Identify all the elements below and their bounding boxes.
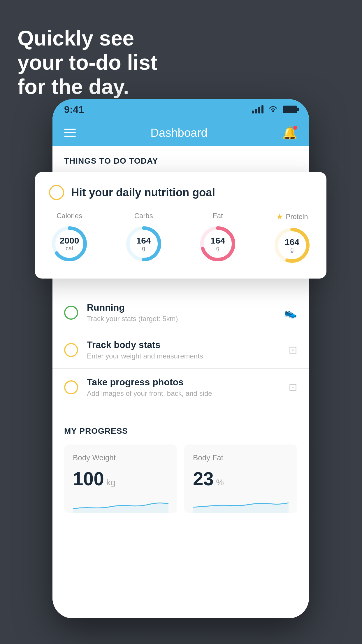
macro-calories-unit: cal xyxy=(60,245,79,252)
todo-check-progress-photos xyxy=(64,380,78,394)
body-fat-unit: % xyxy=(216,477,224,487)
macro-protein-label-row: ★ Protein xyxy=(276,212,308,221)
todo-text-progress-photos: Take progress photos Add images of your … xyxy=(87,377,289,398)
macro-carbs-circle: 164 g xyxy=(123,223,164,264)
progress-header: MY PROGRESS xyxy=(64,426,297,436)
macro-fat-unit: g xyxy=(210,245,225,252)
macro-carbs-value: 164 xyxy=(136,236,151,245)
notification-dot xyxy=(293,126,297,130)
battery-icon xyxy=(283,106,297,113)
body-weight-unit: kg xyxy=(106,477,116,487)
things-today-header: THINGS TO DO TODAY xyxy=(52,146,309,172)
notification-button[interactable]: 🔔 xyxy=(282,126,297,140)
todo-sub-progress-photos: Add images of your front, back, and side xyxy=(87,389,289,398)
body-fat-value-row: 23 % xyxy=(193,468,289,490)
macro-carbs-text: 164 g xyxy=(136,236,151,252)
progress-cards: Body Weight 100 kg Body Fat xyxy=(64,444,297,513)
body-weight-title: Body Weight xyxy=(73,453,168,462)
macros-row: Calories 2000 cal Carbs xyxy=(49,212,312,266)
scale-icon: ⊡ xyxy=(289,344,297,356)
todo-sub-body-stats: Enter your weight and measurements xyxy=(87,352,289,360)
macro-fat-value: 164 xyxy=(210,236,225,245)
wifi-icon xyxy=(268,105,278,114)
todo-check-body-stats xyxy=(64,343,78,357)
status-icons xyxy=(252,105,297,114)
macro-protein: ★ Protein 164 g xyxy=(272,212,312,266)
todo-check-running xyxy=(64,306,78,320)
todo-item-body-stats[interactable]: Track body stats Enter your weight and m… xyxy=(52,331,309,369)
status-bar: 9:41 xyxy=(52,99,309,120)
todo-list: Running Track your stats (target: 5km) 👟… xyxy=(52,294,309,406)
macro-calories-value: 2000 xyxy=(60,236,79,245)
macro-protein-label: Protein xyxy=(286,213,308,221)
macro-carbs-label: Carbs xyxy=(134,212,153,220)
photo-icon: ⊡ xyxy=(289,381,297,393)
macro-carbs: Carbs 164 g xyxy=(123,212,164,264)
nutrition-check-circle xyxy=(49,185,64,200)
nutrition-card: Hit your daily nutrition goal Calories 2… xyxy=(35,172,326,279)
macro-fat-text: 164 g xyxy=(210,236,225,252)
body-fat-chart xyxy=(193,496,289,513)
nav-bar: Dashboard 🔔 xyxy=(52,120,309,146)
status-time: 9:41 xyxy=(64,104,84,115)
body-fat-title: Body Fat xyxy=(193,453,289,462)
star-icon: ★ xyxy=(276,212,283,221)
svg-point-0 xyxy=(272,110,274,112)
macro-calories-circle: 2000 cal xyxy=(49,223,90,264)
nutrition-card-header: Hit your daily nutrition goal xyxy=(49,185,312,200)
todo-label-running: Running xyxy=(87,302,284,313)
todo-text-body-stats: Track body stats Enter your weight and m… xyxy=(87,340,289,360)
macro-fat: Fat 164 g xyxy=(197,212,238,264)
macro-calories-text: 2000 cal xyxy=(60,236,79,252)
body-fat-card: Body Fat 23 % xyxy=(184,444,297,513)
body-weight-card: Body Weight 100 kg xyxy=(64,444,177,513)
todo-label-body-stats: Track body stats xyxy=(87,340,289,350)
todo-label-progress-photos: Take progress photos xyxy=(87,377,289,388)
macro-protein-unit: g xyxy=(285,246,299,253)
nav-title: Dashboard xyxy=(150,126,208,139)
todo-item-progress-photos[interactable]: Take progress photos Add images of your … xyxy=(52,369,309,406)
todo-item-running[interactable]: Running Track your stats (target: 5km) 👟 xyxy=(52,294,309,331)
progress-section: MY PROGRESS Body Weight 100 kg xyxy=(52,415,309,513)
body-weight-value-row: 100 kg xyxy=(73,468,168,490)
running-icon: 👟 xyxy=(284,307,297,319)
macro-protein-value: 164 xyxy=(285,238,299,246)
macro-fat-circle: 164 g xyxy=(197,223,238,264)
hero-headline: Quickly see your to-do list for the day. xyxy=(17,26,157,99)
macro-protein-text: 164 g xyxy=(285,238,299,253)
todo-text-running: Running Track your stats (target: 5km) xyxy=(87,302,284,323)
nutrition-card-title: Hit your daily nutrition goal xyxy=(71,186,215,199)
signal-icon xyxy=(252,105,263,113)
macro-protein-circle: 164 g xyxy=(272,225,312,266)
macro-calories-label: Calories xyxy=(57,212,82,220)
macro-fat-label: Fat xyxy=(213,212,223,220)
body-weight-chart xyxy=(73,496,168,513)
body-weight-value: 100 xyxy=(73,468,104,490)
macro-calories: Calories 2000 cal xyxy=(49,212,90,264)
todo-sub-running: Track your stats (target: 5km) xyxy=(87,315,284,323)
macro-carbs-unit: g xyxy=(136,245,151,252)
body-fat-value: 23 xyxy=(193,468,214,490)
menu-button[interactable] xyxy=(64,129,76,137)
